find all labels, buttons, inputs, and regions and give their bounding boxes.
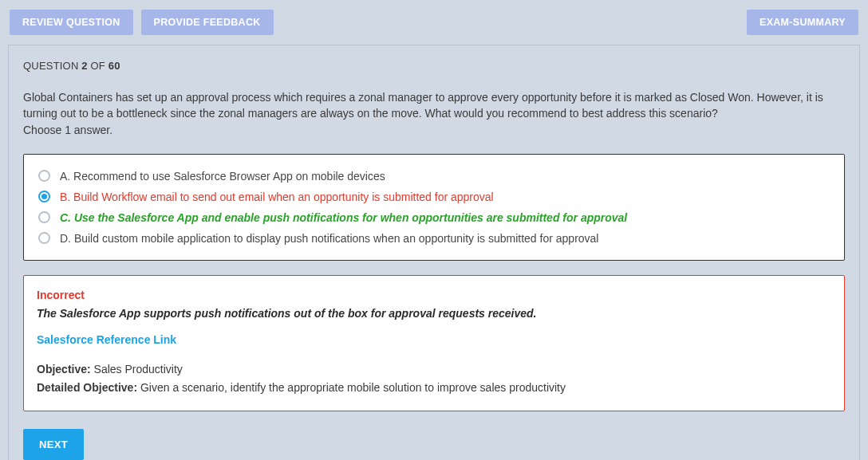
question-body: Global Containers has set up an approval…	[23, 89, 845, 138]
answer-option-b[interactable]: B. Build Workflow email to send out emai…	[35, 187, 833, 207]
detailed-objective-value: Given a scenario, identify the appropria…	[137, 381, 566, 394]
answer-label: D. Build custom mobile application to di…	[60, 232, 598, 245]
provide-feedback-button[interactable]: PROVIDE FEEDBACK	[141, 10, 274, 35]
answer-option-a[interactable]: A. Recommend to use Salesforce Browser A…	[35, 166, 833, 187]
answer-option-d[interactable]: D. Build custom mobile application to di…	[35, 228, 833, 249]
answer-label: B. Build Workflow email to send out emai…	[60, 191, 494, 203]
radio-icon	[38, 211, 50, 223]
exam-summary-button[interactable]: EXAM-SUMMARY	[747, 10, 858, 35]
objective-value: Sales Productivity	[91, 363, 183, 375]
answer-list: A. Recommend to use Salesforce Browser A…	[23, 154, 845, 261]
question-panel: QUESTION 2 OF 60 Global Containers has s…	[8, 45, 860, 460]
radio-icon	[38, 170, 50, 182]
feedback-box: Incorrect The Salesforce App supports pu…	[23, 275, 845, 411]
question-counter: QUESTION 2 OF 60	[23, 60, 845, 72]
result-status: Incorrect	[37, 287, 831, 304]
top-toolbar: REVIEW QUESTION PROVIDE FEEDBACK EXAM-SU…	[0, 0, 868, 45]
answer-label: A. Recommend to use Salesforce Browser A…	[60, 170, 385, 183]
question-of: OF	[88, 60, 108, 72]
question-total: 60	[108, 60, 120, 72]
next-button[interactable]: NEXT	[23, 429, 84, 460]
objective-label: Objective:	[37, 363, 91, 375]
question-instruction: Choose 1 answer.	[23, 124, 112, 136]
radio-icon	[38, 232, 50, 244]
question-number: 2	[81, 60, 87, 72]
toolbar-left-group: REVIEW QUESTION PROVIDE FEEDBACK	[10, 10, 274, 35]
radio-icon	[38, 191, 50, 202]
question-prefix: QUESTION	[23, 60, 81, 72]
question-text: Global Containers has set up an approval…	[23, 91, 823, 120]
detailed-objective-line: Detailed Objective: Given a scenario, id…	[37, 379, 831, 396]
objective-line: Objective: Sales Productivity	[37, 361, 831, 378]
detailed-objective-label: Detailed Objective:	[37, 381, 137, 394]
answer-option-c[interactable]: C. Use the Salesforce App and enable pus…	[35, 207, 833, 228]
review-question-button[interactable]: REVIEW QUESTION	[10, 10, 133, 35]
answer-label: C. Use the Salesforce App and enable pus…	[60, 211, 627, 224]
explanation-text: The Salesforce App supports push notific…	[37, 305, 831, 322]
reference-link[interactable]: Salesforce Reference Link	[37, 332, 176, 348]
